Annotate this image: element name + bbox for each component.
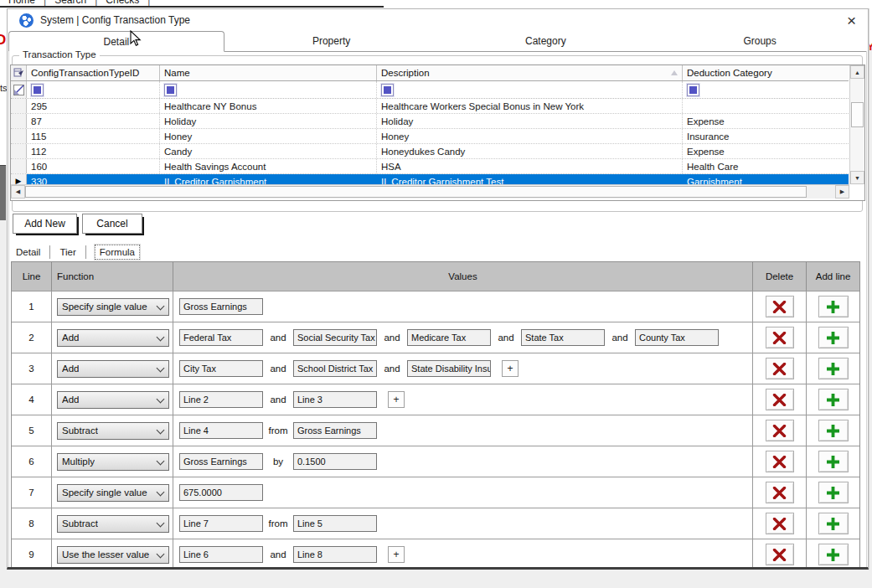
scroll-down-button[interactable]: ▼ (850, 171, 864, 184)
filter-checkbox-name[interactable] (164, 84, 177, 96)
value-field[interactable]: Line 4 (179, 422, 263, 439)
cell-config-transaction-type-id[interactable]: 160 (27, 159, 160, 173)
function-dropdown[interactable]: Specify single value (57, 484, 169, 502)
cell-config-transaction-type-id[interactable]: 87 (27, 114, 160, 128)
delete-line-button[interactable] (766, 482, 794, 503)
horizontal-scroll-thumb[interactable] (25, 186, 807, 198)
add-line-button[interactable] (818, 544, 849, 565)
grid-horizontal-scrollbar[interactable]: ◀ ▶ (11, 184, 849, 199)
add-value-button[interactable]: + (388, 546, 405, 563)
function-dropdown[interactable]: Add (57, 329, 169, 347)
background-menu-item-checks[interactable]: Checks (97, 0, 147, 6)
table-row[interactable]: 87HolidayHolidayExpense (11, 114, 849, 129)
cell-config-transaction-type-id[interactable]: 112 (27, 144, 160, 158)
add-value-button[interactable]: + (388, 391, 405, 408)
row-header-cell[interactable] (11, 159, 27, 173)
value-field[interactable]: Medicare Tax (407, 329, 491, 346)
column-header-name[interactable]: Name (160, 65, 377, 80)
delete-line-button[interactable] (766, 513, 794, 534)
add-line-button[interactable] (818, 327, 849, 348)
value-field[interactable]: State Tax (521, 329, 605, 346)
cell-name[interactable]: Candy (160, 144, 377, 158)
cell-name[interactable]: Health Savings Account (160, 159, 377, 173)
background-menu-item-search[interactable]: Search (46, 0, 95, 6)
filter-cell-name[interactable] (160, 81, 377, 98)
table-row[interactable]: 295Healthcare NY BonusHealthcare Workers… (11, 99, 849, 114)
filter-clear-icon[interactable] (11, 81, 27, 98)
filter-cell-desc[interactable] (377, 81, 683, 98)
tab-property[interactable]: Property (224, 31, 439, 51)
cell-name[interactable]: Honey (160, 129, 377, 143)
cell-name[interactable]: Holiday (160, 114, 377, 128)
tab-category[interactable]: Category (439, 31, 653, 51)
cell-description[interactable]: Honeydukes Candy (377, 144, 683, 158)
add-line-button[interactable] (818, 296, 849, 317)
column-header-id[interactable]: ConfigTransactionTypeID (27, 65, 160, 80)
field-chooser-icon[interactable] (11, 65, 27, 80)
cell-config-transaction-type-id[interactable]: 115 (27, 129, 160, 143)
add-new-button[interactable]: Add New (13, 214, 77, 234)
function-dropdown[interactable]: Subtract (57, 422, 169, 440)
subtab-tier[interactable]: Tier (55, 245, 80, 259)
add-line-button[interactable] (818, 482, 849, 503)
function-dropdown[interactable]: Multiply (57, 453, 169, 471)
grid-vertical-scrollbar[interactable]: ▲ ▼ (849, 65, 864, 184)
cell-description[interactable]: Holiday (377, 114, 683, 128)
delete-line-button[interactable] (766, 451, 794, 472)
cell-deduction-category[interactable]: Expense (683, 144, 869, 158)
filter-checkbox-id[interactable] (31, 84, 44, 96)
delete-line-button[interactable] (766, 420, 794, 441)
value-field[interactable]: Line 2 (179, 391, 263, 408)
add-line-button[interactable] (818, 451, 849, 472)
cell-description[interactable]: Healthcare Workers Special Bonus in New … (377, 99, 683, 113)
background-menu-item-home[interactable]: Home (0, 0, 44, 6)
function-dropdown[interactable]: Add (57, 360, 169, 378)
value-field[interactable]: Line 5 (293, 515, 377, 532)
cell-description[interactable]: HSA (377, 159, 683, 173)
delete-line-button[interactable] (766, 389, 794, 410)
value-field[interactable]: Line 6 (179, 546, 263, 563)
vertical-scroll-thumb[interactable] (851, 102, 864, 127)
add-line-button[interactable] (818, 389, 849, 410)
close-icon[interactable]: × (847, 13, 856, 28)
add-line-button[interactable] (818, 420, 849, 441)
value-field[interactable]: County Tax (635, 329, 719, 346)
scroll-up-button[interactable]: ▲ (850, 65, 864, 79)
delete-line-button[interactable] (766, 544, 794, 565)
value-field[interactable]: 0.1500 (293, 453, 377, 470)
value-field[interactable]: 675.0000 (179, 484, 263, 501)
cell-name[interactable]: Healthcare NY Bonus (160, 99, 377, 113)
add-value-button[interactable]: + (502, 360, 519, 377)
delete-line-button[interactable] (766, 358, 794, 379)
value-field[interactable]: Line 8 (293, 546, 377, 563)
value-field[interactable]: Social Security Tax (293, 329, 377, 346)
cell-deduction-category[interactable]: Insurance (683, 129, 869, 143)
filter-cell-ded[interactable] (683, 81, 869, 98)
cell-config-transaction-type-id[interactable]: 295 (27, 99, 160, 113)
cell-description[interactable]: Honey (377, 129, 683, 143)
value-field[interactable]: Gross Earnings (179, 453, 263, 470)
value-field[interactable]: Line 3 (293, 391, 377, 408)
table-row[interactable]: 160Health Savings AccountHSAHealth Care (11, 159, 849, 174)
function-dropdown[interactable]: Specify single value (57, 298, 169, 316)
value-field[interactable]: State Disability Insu (407, 360, 491, 377)
column-header-desc[interactable]: Description (377, 65, 683, 80)
add-line-button[interactable] (818, 358, 849, 379)
value-field[interactable]: School District Tax (293, 360, 377, 377)
filter-checkbox-ded[interactable] (687, 84, 699, 96)
scroll-left-button[interactable]: ◀ (11, 185, 25, 199)
table-row[interactable]: 115HoneyHoneyInsurance (11, 129, 849, 144)
cell-deduction-category[interactable]: Expense (683, 114, 869, 128)
function-dropdown[interactable]: Subtract (57, 515, 169, 533)
table-row[interactable]: 112CandyHoneydukes CandyExpense (11, 144, 849, 159)
value-field[interactable]: City Tax (179, 360, 263, 377)
delete-line-button[interactable] (766, 327, 794, 348)
subtab-formula[interactable]: Formula (95, 245, 140, 260)
cell-deduction-category[interactable]: Health Care (683, 159, 869, 173)
value-field[interactable]: Gross Earnings (179, 298, 263, 315)
tab-groups[interactable]: Groups (653, 31, 867, 51)
delete-line-button[interactable] (766, 296, 794, 317)
row-header-cell[interactable] (11, 114, 27, 128)
scroll-right-button[interactable]: ▶ (835, 185, 849, 199)
value-field[interactable]: Line 7 (179, 515, 263, 532)
